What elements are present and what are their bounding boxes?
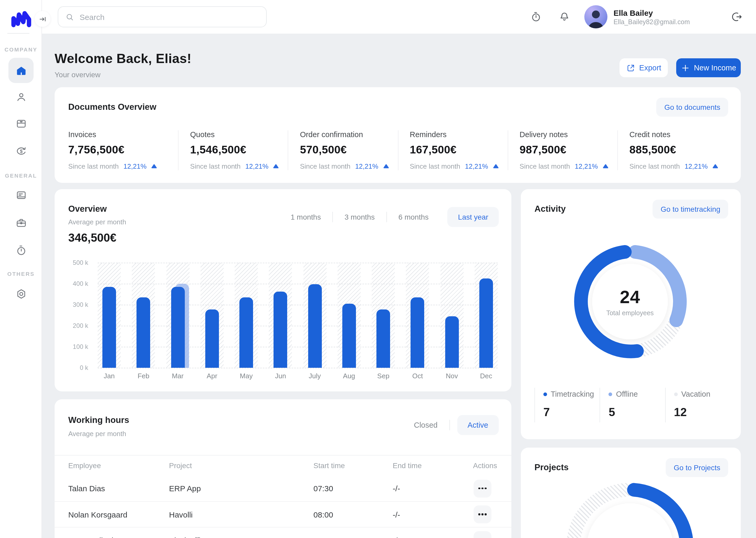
document-stat: Quotes1,546,500€Since last month12,21% <box>178 130 288 170</box>
logout-button[interactable] <box>730 10 744 24</box>
row-actions-button[interactable] <box>474 531 492 538</box>
dashboard-app: COMPANY $ <box>0 0 756 538</box>
bar-apr[interactable] <box>205 309 219 368</box>
bar-nov[interactable] <box>445 316 458 368</box>
cell-project: Havolli <box>169 510 313 519</box>
overview-subtitle: Average per month <box>68 218 126 226</box>
sidebar-item-products[interactable] <box>8 111 34 136</box>
bar-may[interactable] <box>239 297 253 368</box>
cell-employee: Talan Dias <box>68 484 169 493</box>
bar-sep[interactable] <box>376 309 390 368</box>
chart-column-jun <box>269 263 292 368</box>
toggle-closed[interactable]: Closed <box>402 421 449 429</box>
search-box[interactable] <box>58 6 267 27</box>
user-avatar[interactable] <box>584 5 607 28</box>
document-stat: Order confirmation570,500€Since last mon… <box>288 130 398 170</box>
legend-dot <box>609 392 612 396</box>
chart-column-oct <box>406 263 429 368</box>
x-axis-tick: Apr <box>201 372 224 380</box>
sidebar-item-projects[interactable] <box>8 210 34 235</box>
x-axis-tick: Feb <box>132 372 155 380</box>
stat-value: 7,756,500€ <box>68 143 173 156</box>
gridline <box>98 263 498 263</box>
row-actions-button[interactable] <box>474 479 492 497</box>
sidebar-item-home[interactable] <box>8 58 34 83</box>
sidebar-item-income[interactable]: $ <box>8 138 34 163</box>
activity-card: Activity Go to timetracking <box>521 189 741 439</box>
search-input[interactable] <box>79 12 260 21</box>
bar-jun[interactable] <box>274 292 287 368</box>
stat-value: 570,500€ <box>300 143 393 156</box>
sidebar-item-timetracking[interactable] <box>8 238 34 263</box>
bar-feb[interactable] <box>137 297 150 368</box>
trend-up-icon <box>383 164 389 169</box>
new-income-label: New Income <box>694 64 736 72</box>
document-stat: Invoices7,756,500€Since last month12,21% <box>68 130 178 170</box>
trend-up-icon <box>603 164 608 169</box>
working-hours-subtitle: Average per month <box>68 430 126 438</box>
x-axis-tick: Aug <box>338 372 361 380</box>
sidebar-item-documents[interactable] <box>8 182 34 207</box>
timetracker-button[interactable] <box>528 10 543 24</box>
bar-dec[interactable] <box>479 279 493 368</box>
tab-1-months[interactable]: 1 months <box>279 213 332 221</box>
new-income-button[interactable]: New Income <box>676 58 741 77</box>
x-axis-tick: July <box>303 372 326 380</box>
tab-3-months[interactable]: 3 months <box>333 213 386 221</box>
page-title: Welcome Back, Elias! <box>55 51 191 66</box>
user-info[interactable]: Ella Bailey Ella_Bailey82@gmail.com <box>613 8 690 26</box>
chart-column-sep <box>372 263 395 368</box>
gridline <box>98 368 498 368</box>
x-axis-tick: Oct <box>406 372 429 380</box>
x-axis-tick: Mar <box>166 372 189 380</box>
export-button[interactable]: Export <box>620 58 668 77</box>
bar-jan[interactable] <box>102 287 116 368</box>
chart-plot-area <box>98 263 498 368</box>
bar-july[interactable] <box>308 284 321 368</box>
activity-donut-chart: 24 Total employees <box>562 233 698 370</box>
gridline <box>98 305 498 305</box>
bar-aug[interactable] <box>342 304 356 368</box>
sidebar-section-general: GENERAL <box>0 172 42 179</box>
tab-last-year-active[interactable]: Last year <box>448 207 499 227</box>
donut-center: 24 Total employees <box>562 233 698 370</box>
column-start-time: Start time <box>313 461 393 470</box>
sidebar-item-settings[interactable] <box>8 281 34 306</box>
chart-column-feb <box>132 263 155 368</box>
stat-change-percent: 12,21% <box>123 162 147 170</box>
chart-column-apr <box>201 263 224 368</box>
legend-value: 5 <box>609 405 665 419</box>
tab-6-months[interactable]: 6 months <box>387 213 440 221</box>
topbar: Ella Bailey Ella_Bailey82@gmail.com <box>42 0 756 34</box>
stat-value: 987,500€ <box>519 143 612 156</box>
legend-label: Timetracking <box>551 390 594 398</box>
export-icon <box>626 63 635 72</box>
cell-end-time: -/- <box>393 484 473 493</box>
go-to-documents-button[interactable]: Go to documents <box>656 98 728 117</box>
stat-change-label: Since last month <box>300 162 351 170</box>
note-icon <box>15 189 27 201</box>
legend-item-offline: Offline5 <box>600 388 665 422</box>
y-axis-tick: 100 k <box>67 343 88 350</box>
brand-logo-icon[interactable] <box>11 8 32 29</box>
stat-change-label: Since last month <box>519 162 570 170</box>
toggle-active[interactable]: Active <box>457 415 499 435</box>
cell-start-time: 08:00 <box>313 510 393 519</box>
y-axis-tick: 200 k <box>67 322 88 329</box>
legend-label: Offline <box>616 390 638 398</box>
user-icon <box>15 91 27 103</box>
column-actions: Actions <box>473 461 501 470</box>
sidebar-item-employees[interactable] <box>8 84 34 109</box>
bar-oct[interactable] <box>411 297 424 368</box>
cell-employee: Ryan Gallagher <box>68 536 169 538</box>
bar-mar[interactable] <box>171 287 185 368</box>
row-actions-button[interactable] <box>474 506 492 523</box>
go-to-timetracking-button[interactable]: Go to timetracking <box>653 200 728 219</box>
notifications-button[interactable] <box>557 10 571 24</box>
legend-dot <box>674 392 678 396</box>
stat-change: Since last month12,21% <box>410 162 502 170</box>
stat-value: 167,500€ <box>410 143 502 156</box>
projects-title: Projects <box>535 462 569 472</box>
sidebar-collapse-button[interactable] <box>35 11 50 27</box>
gridline <box>98 284 498 284</box>
